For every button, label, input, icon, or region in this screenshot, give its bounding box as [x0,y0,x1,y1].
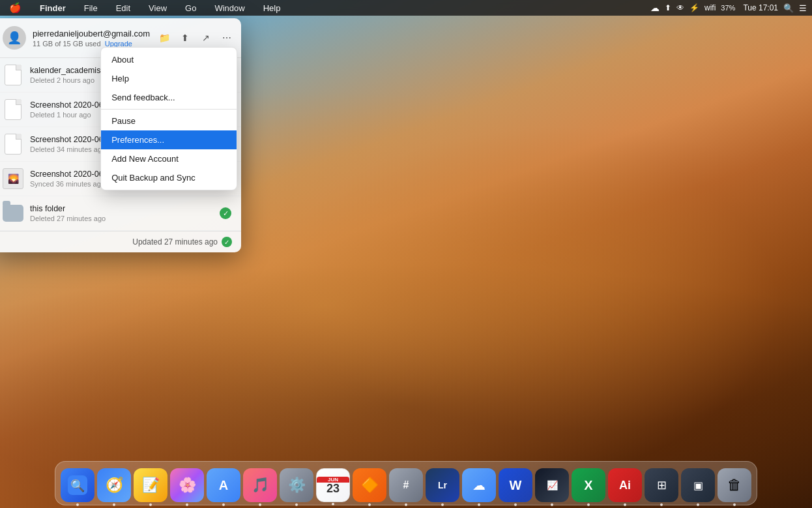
dock-calendar[interactable]: JUN 23 [316,468,350,502]
dock-backup[interactable]: ☁ [462,468,496,502]
dock-mission-control[interactable]: ▣ [681,468,715,502]
context-menu-quit[interactable]: Quit Backup and Sync [101,168,237,187]
more-icon[interactable]: ⋯ About Help Send feedback... Pause Pref… [218,29,236,47]
dock-music[interactable]: 🎵 [243,468,277,502]
panel-header: 👤 pierredanieljoubert@gmail.com 11 GB of… [0,18,241,58]
menubar-right: ☁ ⬆ 👁 ⚡ wifi 37% Tue 17:01 🔍 ☰ [650,3,807,13]
desktop: 🍎 Finder File Edit View Go Window Help ☁… [0,0,812,508]
menubar-cloud-icon[interactable]: ☁ [650,3,660,13]
menubar-file[interactable]: File [80,2,102,14]
menubar-time: Tue 17:01 [743,3,778,12]
menubar-bluetooth-icon: ⚡ [689,3,699,12]
dock: 🔍 🧭 📝 🌸 A 🎵 ⚙️ JUN 23 🔶 # Lr ☁ W 📈 X Ai … [55,461,757,505]
header-toolbar: 📁 ⬆ ↗ ⋯ About Help Send feedback... Paus… [155,29,236,47]
menubar-eye-icon: 👁 [676,3,684,12]
menubar-controlcenter-icon[interactable]: ☰ [799,3,807,13]
file-icon [3,202,23,225]
dock-adobe-cc[interactable]: Ai [608,468,642,502]
dock-activity[interactable]: 📈 [535,468,569,502]
file-icon [3,98,23,121]
dock-safari[interactable]: 🧭 [97,468,131,502]
panel-footer: Updated 27 minutes ago ✓ [0,231,241,252]
context-menu-feedback[interactable]: Send feedback... [101,88,237,107]
dock-excel[interactable]: X [572,468,605,502]
menubar-left: 🍎 Finder File Edit View Go Window Help [5,1,284,15]
backup-panel: 👤 pierredanieljoubert@gmail.com 11 GB of… [0,18,241,252]
menubar-wifi-icon: wifi [704,3,716,12]
context-menu: About Help Send feedback... Pause Prefer… [100,47,237,190]
dock-launchpad[interactable]: ⊞ [645,468,678,502]
menubar-go[interactable]: Go [181,2,200,14]
page-icon [5,65,22,85]
menubar-view[interactable]: View [145,2,171,14]
file-name: this folder [30,204,219,213]
file-icon [3,63,23,87]
context-menu-about[interactable]: About [101,50,237,69]
dock-appstore[interactable]: A [207,468,240,502]
page-icon [5,134,22,155]
dock-trash[interactable]: 🗑 [718,468,751,502]
file-status: Deleted 27 minutes ago [30,215,219,222]
image-icon: 🌄 [3,168,23,189]
updated-text: Updated 27 minutes ago [132,237,218,247]
dock-finder[interactable]: 🔍 [61,468,94,502]
context-menu-help[interactable]: Help [101,69,237,88]
drive-icon[interactable]: 📁 [155,29,173,47]
dock-vlc[interactable]: 🔶 [353,468,386,502]
menubar-upload-icon: ⬆ [665,3,671,12]
context-separator-1 [101,109,237,110]
svg-text:🔍: 🔍 [70,479,85,493]
file-icon: 🌄 [3,167,23,190]
footer-check-circle: ✓ [222,237,232,247]
file-check: ✓ [219,207,232,220]
dock-numbers[interactable]: # [389,468,423,502]
dock-photos[interactable]: 🌸 [170,468,204,502]
file-info: this folder Deleted 27 minutes ago [30,204,219,222]
cloud-upload-icon[interactable]: ⬆ [176,29,194,47]
share-icon[interactable]: ↗ [197,29,215,47]
upgrade-link[interactable]: Upgrade [105,40,132,48]
menubar-search-icon[interactable]: 🔍 [783,3,794,13]
menubar-help[interactable]: Help [259,2,285,14]
apple-menu[interactable]: 🍎 [5,1,25,15]
menubar-edit[interactable]: Edit [112,2,134,14]
context-menu-add-account[interactable]: Add New Account [101,149,237,168]
menubar-window[interactable]: Window [210,2,248,14]
dock-word[interactable]: W [499,468,532,502]
check-circle: ✓ [220,207,231,219]
page-icon [5,99,22,120]
folder-icon [3,205,23,222]
avatar: 👤 [3,26,26,50]
dock-system-prefs[interactable]: ⚙️ [280,468,313,502]
menubar: 🍎 Finder File Edit View Go Window Help ☁… [0,0,812,16]
context-menu-preferences[interactable]: Preferences... [101,130,237,149]
context-menu-pause[interactable]: Pause [101,112,237,130]
dock-lightroom[interactable]: Lr [426,468,459,502]
menubar-battery: 37% [721,4,735,12]
account-storage: 11 GB of 15 GB used Upgrade [33,40,150,48]
account-info: pierredanieljoubert@gmail.com 11 GB of 1… [33,29,150,48]
file-item[interactable]: this folder Deleted 27 minutes ago ✓ [0,196,241,231]
account-email: pierredanieljoubert@gmail.com [33,29,150,38]
menubar-finder[interactable]: Finder [36,2,70,14]
file-icon [3,132,23,156]
dock-notes[interactable]: 📝 [134,468,167,502]
